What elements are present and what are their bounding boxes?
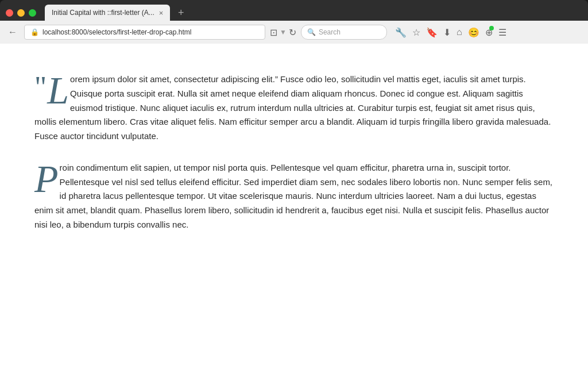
minimize-button[interactable] [17, 9, 25, 17]
title-bar: Initial Capital with ::first-letter (A..… [0, 0, 588, 21]
toolbar-icons: 🔧 ☆ 🔖 ⬇ ⌂ 😊 ⊕ ☰ [395, 27, 506, 38]
paragraph-1: " L orem ipsum dolor sit amet, consectet… [34, 72, 554, 144]
search-field[interactable]: 🔍 Search [301, 25, 387, 40]
url-field[interactable]: 🔒 localhost:8000/selectors/first-letter-… [24, 25, 265, 40]
search-placeholder: Search [319, 28, 341, 36]
view-buttons: ⊡ ▼ ↻ [270, 27, 296, 38]
download-icon[interactable]: ⬇ [443, 27, 451, 38]
tab-close-button[interactable]: × [159, 9, 164, 17]
reload-icon[interactable]: ↻ [289, 27, 296, 38]
maximize-button[interactable] [29, 9, 36, 17]
opening-quote: " [34, 75, 47, 100]
url-text: localhost:8000/selectors/first-letter-dr… [42, 28, 191, 36]
page-content: " L orem ipsum dolor sit amet, consectet… [0, 44, 588, 365]
extensions-icon[interactable]: ⊕ [485, 27, 493, 38]
notification-badge [489, 26, 494, 30]
tools-icon[interactable]: 🔧 [395, 27, 407, 38]
paragraph-1-text: orem ipsum dolor sit amet, consectetur a… [34, 74, 551, 141]
close-button[interactable] [6, 9, 13, 17]
new-tab-button[interactable]: + [173, 5, 189, 21]
drop-cap-P: P [34, 164, 59, 194]
drop-cap-L: L [47, 76, 69, 105]
bookmark-icon[interactable]: ☆ [412, 27, 420, 38]
browser-window: Initial Capital with ::first-letter (A..… [0, 0, 588, 365]
menu-icon[interactable]: ☰ [498, 27, 506, 38]
paragraph-2: P roin condimentum elit sapien, ut tempo… [34, 161, 554, 232]
address-bar: ← 🔒 localhost:8000/selectors/first-lette… [0, 21, 588, 44]
home-icon[interactable]: ⌂ [457, 27, 462, 37]
back-button[interactable]: ← [6, 26, 20, 39]
paragraph-2-text: roin condimentum elit sapien, ut tempor … [34, 163, 552, 229]
secure-icon: 🔒 [30, 28, 39, 36]
emoji-icon[interactable]: 😊 [468, 27, 479, 38]
bookmarks-list-icon[interactable]: 🔖 [426, 27, 438, 38]
reader-view-icon[interactable]: ⊡ [270, 27, 277, 38]
tabs-row: Initial Capital with ::first-letter (A..… [45, 5, 582, 21]
traffic-lights [6, 9, 36, 17]
active-tab[interactable]: Initial Capital with ::first-letter (A..… [45, 5, 170, 21]
tab-title: Initial Capital with ::first-letter (A..… [52, 9, 154, 17]
search-icon: 🔍 [307, 28, 316, 36]
dropdown-icon[interactable]: ▼ [280, 28, 287, 36]
